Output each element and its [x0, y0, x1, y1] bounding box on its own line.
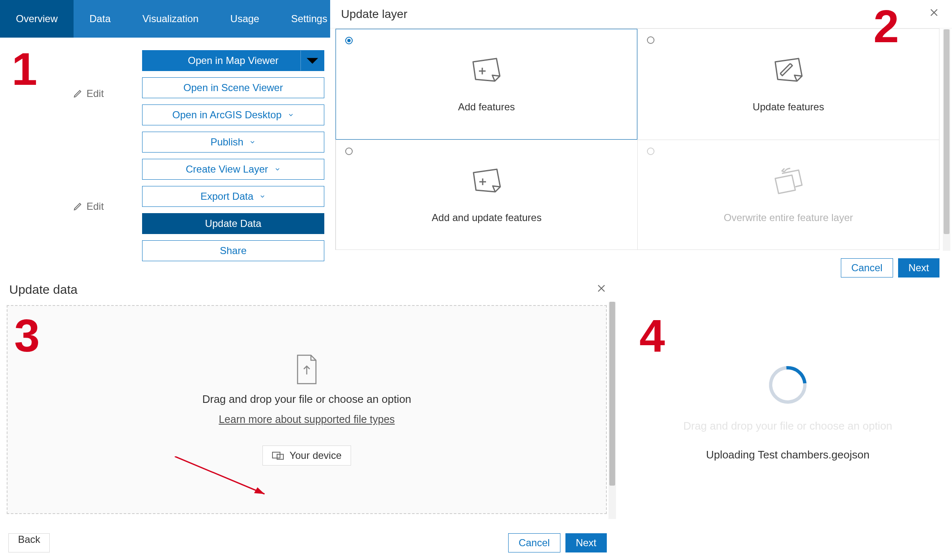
tab-overview[interactable]: Overview — [0, 0, 74, 38]
option-label: Add and update features — [432, 212, 542, 224]
next-button[interactable]: Next — [898, 258, 939, 277]
edit-label: Edit — [87, 201, 104, 212]
option-label: Add features — [458, 101, 515, 113]
action-button-column: Open in Map Viewer Open in Scene Viewer … — [142, 50, 324, 261]
scrollbar[interactable] — [608, 302, 616, 519]
learn-more-link[interactable]: Learn more about supported file types — [219, 413, 395, 425]
update-layer-modal: Update layer Add features Update feature… — [330, 0, 952, 284]
button-label: Export Data — [201, 191, 254, 202]
option-grid: Add features Update features Add and upd… — [335, 28, 939, 250]
loading-spinner-icon — [761, 359, 815, 412]
radio-icon — [345, 148, 353, 155]
option-overwrite-layer: Overwrite entire feature layer — [637, 140, 939, 250]
button-label: Open in Scene Viewer — [183, 82, 283, 94]
modal-header: Update layer — [330, 0, 952, 28]
modal-title: Update data — [9, 283, 77, 297]
option-label: Update features — [753, 101, 824, 113]
layer-overwrite-icon — [772, 166, 805, 195]
file-upload-icon — [294, 354, 319, 385]
option-add-and-update-features[interactable]: Add and update features — [336, 140, 637, 250]
device-icon — [272, 451, 284, 460]
svg-line-11 — [175, 456, 265, 494]
modal-footer: Back Cancel Next — [0, 533, 619, 552]
button-label: Share — [220, 245, 247, 257]
dropzone-ghost-text: Drag and drop your file or choose an opt… — [683, 420, 892, 433]
dropzone-prompt: Drag and drop your file or choose an opt… — [202, 393, 411, 406]
chevron-down-icon — [259, 191, 266, 202]
modal-title: Update layer — [341, 8, 407, 21]
publish-button[interactable]: Publish — [142, 132, 324, 153]
layer-add-icon — [470, 55, 503, 84]
annotation-arrow — [175, 456, 275, 498]
uploading-status: Uploading Test chambers.geojson — [706, 448, 869, 461]
option-add-features[interactable]: Add features — [336, 29, 637, 140]
open-in-map-viewer-button[interactable]: Open in Map Viewer — [142, 50, 324, 71]
button-label: Create View Layer — [186, 163, 268, 175]
edit-label: Edit — [87, 88, 104, 99]
update-data-modal: Update data Drag and drop your file or c… — [0, 276, 619, 560]
scrollbar-thumb[interactable] — [944, 29, 949, 234]
scrollbar-thumb[interactable] — [609, 302, 615, 486]
share-button[interactable]: Share — [142, 240, 324, 261]
close-icon[interactable] — [596, 283, 607, 297]
pencil-icon — [73, 202, 82, 211]
export-data-button[interactable]: Export Data — [142, 186, 324, 207]
chevron-down-icon — [249, 136, 256, 148]
modal-footer: Cancel Next — [841, 258, 939, 277]
create-view-layer-button[interactable]: Create View Layer — [142, 159, 324, 180]
button-label: Your device — [290, 450, 342, 461]
option-update-features[interactable]: Update features — [637, 29, 939, 140]
item-page-quadrant: Overview Data Visualization Usage Settin… — [0, 0, 330, 267]
chevron-down-icon — [274, 163, 281, 175]
open-in-scene-viewer-button[interactable]: Open in Scene Viewer — [142, 77, 324, 98]
update-data-button[interactable]: Update Data — [142, 213, 324, 234]
radio-icon — [345, 37, 353, 44]
pencil-icon — [73, 89, 82, 98]
chevron-down-icon[interactable] — [300, 51, 324, 71]
uploading-panel: Drag and drop your file or choose an opt… — [631, 301, 944, 527]
button-label: Open in ArcGIS Desktop — [172, 109, 281, 121]
cancel-button[interactable]: Cancel — [508, 533, 560, 552]
scrollbar[interactable] — [943, 29, 950, 251]
edit-terms-link[interactable]: Edit — [73, 201, 104, 212]
next-button[interactable]: Next — [565, 533, 607, 552]
button-label: Open in Map Viewer — [188, 55, 278, 66]
layer-update-icon — [772, 55, 805, 84]
your-device-button[interactable]: Your device — [262, 445, 351, 466]
back-button[interactable]: Back — [8, 533, 50, 552]
close-icon[interactable] — [929, 7, 939, 21]
radio-icon — [647, 148, 654, 155]
tab-visualization[interactable]: Visualization — [127, 0, 214, 38]
tab-data[interactable]: Data — [74, 0, 127, 38]
radio-icon — [647, 36, 654, 44]
cancel-button[interactable]: Cancel — [841, 258, 893, 277]
button-label: Publish — [211, 136, 244, 148]
option-label: Overwrite entire feature layer — [724, 212, 853, 224]
edit-description-link[interactable]: Edit — [73, 88, 104, 99]
file-dropzone[interactable]: Drag and drop your file or choose an opt… — [7, 305, 607, 514]
open-in-arcgis-desktop-button[interactable]: Open in ArcGIS Desktop — [142, 104, 324, 125]
tab-usage[interactable]: Usage — [214, 0, 275, 38]
chevron-down-icon — [288, 109, 294, 121]
layer-add-update-icon — [470, 166, 504, 195]
svg-rect-9 — [272, 452, 280, 458]
button-label: Update Data — [205, 218, 262, 229]
svg-marker-12 — [254, 487, 265, 494]
tab-bar: Overview Data Visualization Usage Settin… — [0, 0, 330, 38]
modal-header: Update data — [0, 276, 619, 305]
